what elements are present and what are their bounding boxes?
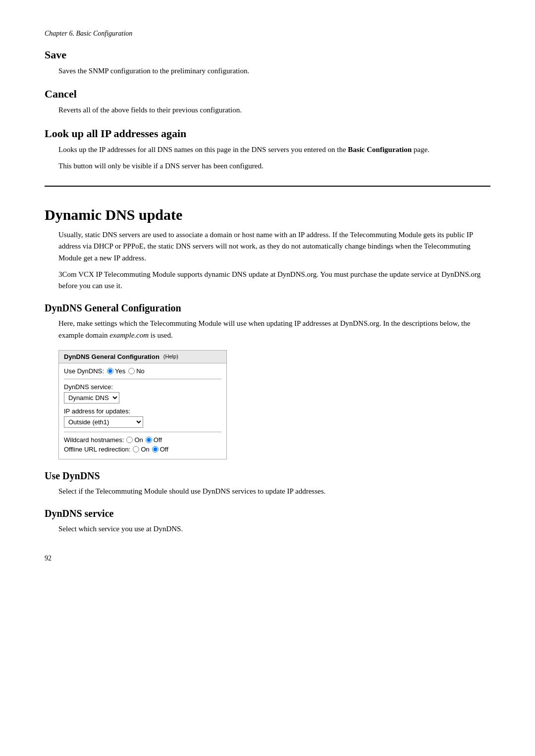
lookup-body1-suffix: page. xyxy=(412,146,429,153)
dyndns-general-body-italic: example.com xyxy=(109,331,149,339)
config-separator-1 xyxy=(64,379,221,379)
dyndns-service-label: DynDNS service: xyxy=(64,383,221,391)
wildcard-row: Wildcard hostnames: On Off xyxy=(64,436,221,444)
lookup-body1-bold: Basic Configuration xyxy=(348,146,412,153)
offline-row: Offline URL redirection: On Off xyxy=(64,446,221,453)
lookup-body1-prefix: Looks up the IP addresses for all DNS na… xyxy=(58,146,348,153)
wildcard-on-radio[interactable] xyxy=(126,437,133,443)
config-box-body: Use DynDNS: Yes No DynDNS service: Dynam… xyxy=(59,363,226,459)
wildcard-on-option[interactable]: On xyxy=(126,436,143,444)
save-body: Saves the SNMP configuration to the prel… xyxy=(58,65,490,77)
use-dyndns-no-label: No xyxy=(136,367,145,375)
wildcard-off-label: Off xyxy=(154,436,162,444)
use-dyndns-yes-option[interactable]: Yes xyxy=(107,367,125,375)
ip-address-select[interactable]: Outside (eth1) Inside (eth0) xyxy=(64,416,143,428)
wildcard-off-radio[interactable] xyxy=(146,437,152,443)
config-separator-2 xyxy=(64,432,221,432)
cancel-body: Reverts all of the above fields to their… xyxy=(58,104,490,116)
offline-on-option[interactable]: On xyxy=(133,446,149,453)
offline-off-radio[interactable] xyxy=(152,446,159,453)
lookup-body2: This button will only be visible if a DN… xyxy=(58,160,490,172)
cancel-heading: Cancel xyxy=(45,88,490,101)
offline-on-radio[interactable] xyxy=(133,446,139,453)
use-dyndns-label: Use DynDNS: xyxy=(64,367,104,375)
chapter-header: Chapter 6. Basic Configuration xyxy=(45,30,490,38)
use-dyndns-yes-radio[interactable] xyxy=(107,368,113,374)
lookup-body1: Looks up the IP addresses for all DNS na… xyxy=(58,144,490,155)
dyndns-general-heading: DynDNS General Configuration xyxy=(45,302,490,314)
use-dyndns-no-radio[interactable] xyxy=(128,368,135,374)
dyndns-service-heading: DynDNS service xyxy=(45,508,490,519)
dyndns-config-box: DynDNS General Configuration (Help) Use … xyxy=(58,350,227,459)
wildcard-label: Wildcard hostnames: xyxy=(64,436,124,444)
dyndns-service-body: Select which service you use at DynDNS. xyxy=(58,523,490,535)
dyndns-service-select[interactable]: Dynamic DNS Custom DNS Static DNS xyxy=(64,392,119,403)
config-box-title: DynDNS General Configuration xyxy=(64,353,160,360)
wildcard-on-label: On xyxy=(134,436,143,444)
offline-on-label: On xyxy=(141,446,149,453)
config-box-header: DynDNS General Configuration (Help) xyxy=(59,351,226,363)
use-dyndns-row: Use DynDNS: Yes No xyxy=(64,367,221,375)
use-dyndns-body: Select if the Telecommuting Module shoul… xyxy=(58,486,490,497)
offline-label: Offline URL redirection: xyxy=(64,446,130,453)
lookup-heading: Look up all IP addresses again xyxy=(45,127,490,140)
dyndns-general-body-suffix: is used. xyxy=(149,331,173,339)
use-dyndns-heading: Use DynDNS xyxy=(45,470,490,482)
dyndns-service-row: Dynamic DNS Custom DNS Static DNS xyxy=(64,392,221,403)
dynamic-dns-para2: 3Com VCX IP Telecommuting Module support… xyxy=(58,269,490,292)
offline-off-label: Off xyxy=(160,446,168,453)
use-dyndns-yes-label: Yes xyxy=(115,367,125,375)
page-number: 92 xyxy=(45,554,490,562)
use-dyndns-no-option[interactable]: No xyxy=(128,367,145,375)
config-box-help-link[interactable]: (Help) xyxy=(163,353,178,359)
dynamic-dns-heading: Dynamic DNS update xyxy=(45,206,490,223)
dynamic-dns-para1: Usually, static DNS servers are used to … xyxy=(58,229,490,264)
ip-address-label: IP address for updates: xyxy=(64,407,221,415)
dyndns-general-body: Here, make settings which the Telecommut… xyxy=(58,318,490,341)
offline-off-option[interactable]: Off xyxy=(152,446,168,453)
save-heading: Save xyxy=(45,49,490,61)
ip-address-row: Outside (eth1) Inside (eth0) xyxy=(64,416,221,428)
wildcard-off-option[interactable]: Off xyxy=(146,436,162,444)
